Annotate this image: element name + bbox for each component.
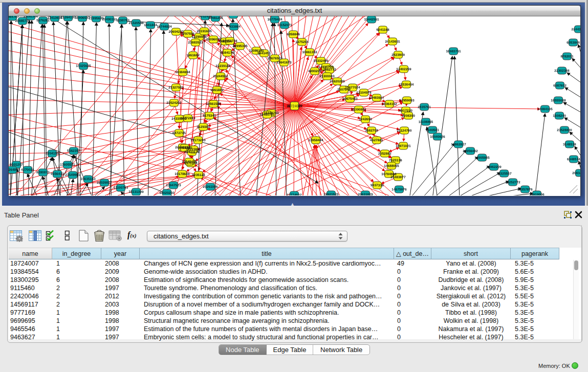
svg-text:1441844: 1441844 bbox=[144, 23, 157, 27]
svg-text:13677024: 13677024 bbox=[345, 85, 360, 89]
svg-text:19483507: 19483507 bbox=[369, 96, 384, 99]
svg-text:21483877: 21483877 bbox=[390, 175, 406, 179]
svg-text:5175340: 5175340 bbox=[203, 114, 216, 117]
svg-text:3198783: 3198783 bbox=[116, 18, 129, 22]
svg-text:20261006: 20261006 bbox=[203, 185, 218, 188]
svg-text:14772813: 14772813 bbox=[180, 116, 195, 120]
svg-text:11390802: 11390802 bbox=[351, 107, 366, 111]
svg-text:19442561: 19442561 bbox=[364, 17, 379, 21]
svg-text:23883523: 23883523 bbox=[188, 40, 203, 44]
svg-text:16779424: 16779424 bbox=[267, 17, 282, 21]
svg-text:23528830: 23528830 bbox=[557, 128, 572, 132]
svg-text:23524202: 23524202 bbox=[166, 101, 182, 104]
svg-text:6348574: 6348574 bbox=[567, 157, 580, 161]
svg-text:6087602: 6087602 bbox=[553, 83, 567, 87]
svg-text:20675483: 20675483 bbox=[342, 97, 358, 100]
svg-text:20834010: 20834010 bbox=[572, 171, 580, 174]
svg-text:13947523: 13947523 bbox=[166, 183, 181, 187]
svg-text:16983761: 16983761 bbox=[446, 49, 461, 53]
svg-text:2052862: 2052862 bbox=[378, 151, 391, 155]
svg-text:9656413: 9656413 bbox=[51, 172, 64, 176]
svg-text:14252772: 14252772 bbox=[505, 180, 520, 184]
svg-text:22239146: 22239146 bbox=[215, 64, 231, 68]
svg-text:1508240: 1508240 bbox=[553, 114, 566, 117]
svg-text:13676503: 13676503 bbox=[267, 56, 282, 60]
svg-text:8280873: 8280873 bbox=[36, 170, 50, 174]
svg-text:13264804: 13264804 bbox=[9, 168, 20, 171]
svg-text:13641673: 13641673 bbox=[276, 60, 292, 64]
svg-text:24951724: 24951724 bbox=[222, 39, 237, 42]
svg-text:16862827: 16862827 bbox=[451, 142, 466, 146]
svg-text:3129383: 3129383 bbox=[197, 125, 210, 128]
svg-text:3235128: 3235128 bbox=[192, 173, 205, 177]
svg-text:23549961: 23549961 bbox=[65, 173, 80, 177]
svg-text:15635163: 15635163 bbox=[80, 177, 96, 181]
svg-text:16906597: 16906597 bbox=[75, 16, 90, 19]
svg-text:15332499: 15332499 bbox=[313, 59, 329, 62]
svg-text:18971021: 18971021 bbox=[396, 144, 411, 147]
svg-text:14688065: 14688065 bbox=[384, 164, 399, 167]
svg-text:9837338: 9837338 bbox=[371, 183, 384, 187]
svg-text:10040626: 10040626 bbox=[430, 135, 445, 138]
svg-text:15919006: 15919006 bbox=[529, 192, 545, 195]
svg-text:20244552: 20244552 bbox=[213, 74, 228, 78]
svg-text:18450753: 18450753 bbox=[259, 113, 275, 116]
svg-text:21327920: 21327920 bbox=[168, 85, 184, 89]
svg-text:20490161: 20490161 bbox=[102, 17, 117, 21]
svg-text:22026827: 22026827 bbox=[97, 181, 112, 184]
svg-text:20885729: 20885729 bbox=[15, 19, 30, 23]
svg-text:10364152: 10364152 bbox=[382, 102, 397, 105]
svg-text:20191645: 20191645 bbox=[197, 29, 212, 33]
svg-text:12104978: 12104978 bbox=[356, 91, 372, 94]
svg-text:11108865: 11108865 bbox=[419, 120, 433, 123]
svg-text:12402259: 12402259 bbox=[396, 67, 411, 71]
svg-text:19178648: 19178648 bbox=[175, 172, 190, 176]
svg-text:7623136: 7623136 bbox=[389, 158, 402, 162]
svg-text:21320548: 21320548 bbox=[128, 21, 144, 25]
svg-text:18020250: 18020250 bbox=[159, 191, 175, 194]
svg-text:12545415: 12545415 bbox=[182, 160, 197, 163]
svg-text:11100763: 11100763 bbox=[114, 186, 128, 189]
svg-text:12774602: 12774602 bbox=[287, 193, 302, 195]
svg-text:6472715: 6472715 bbox=[172, 131, 186, 135]
svg-text:6058846: 6058846 bbox=[287, 32, 300, 36]
svg-text:14005985: 14005985 bbox=[474, 156, 490, 159]
svg-text:24143601: 24143601 bbox=[385, 39, 400, 43]
svg-text:5562357: 5562357 bbox=[67, 149, 80, 152]
svg-text:10384694: 10384694 bbox=[175, 70, 190, 74]
svg-text:14325625: 14325625 bbox=[76, 64, 91, 68]
svg-text:8984767: 8984767 bbox=[9, 16, 19, 18]
svg-text:3582708: 3582708 bbox=[365, 128, 378, 132]
svg-text:14675976: 14675976 bbox=[391, 187, 407, 191]
svg-text:8084178: 8084178 bbox=[221, 51, 234, 54]
svg-text:12299958: 12299958 bbox=[191, 35, 207, 38]
svg-text:19152071: 19152071 bbox=[277, 23, 292, 27]
svg-text:6241168: 6241168 bbox=[376, 28, 389, 31]
svg-text:17223861: 17223861 bbox=[186, 147, 201, 151]
svg-text:20357876: 20357876 bbox=[517, 187, 533, 191]
svg-text:18921525: 18921525 bbox=[323, 192, 339, 195]
svg-text:8782011: 8782011 bbox=[560, 54, 574, 58]
svg-text:17605531: 17605531 bbox=[60, 163, 75, 166]
svg-text:8917220: 8917220 bbox=[399, 108, 412, 112]
svg-text:8862842: 8862842 bbox=[227, 16, 240, 16]
svg-text:4627881: 4627881 bbox=[370, 138, 383, 142]
svg-text:7433864: 7433864 bbox=[227, 25, 241, 28]
svg-text:21620289: 21620289 bbox=[330, 79, 345, 83]
svg-text:6053848: 6053848 bbox=[567, 40, 580, 44]
svg-text:24962209: 24962209 bbox=[486, 165, 502, 168]
svg-text:5501297: 5501297 bbox=[10, 163, 23, 166]
svg-text:11530404: 11530404 bbox=[399, 82, 414, 86]
svg-text:5641451: 5641451 bbox=[257, 51, 271, 55]
svg-text:1675294: 1675294 bbox=[295, 40, 309, 43]
svg-text:18555048: 18555048 bbox=[551, 98, 566, 102]
svg-text:9961882: 9961882 bbox=[210, 88, 224, 92]
svg-text:22302388: 22302388 bbox=[554, 69, 570, 72]
svg-text:13958484: 13958484 bbox=[308, 138, 323, 142]
svg-text:15325557: 15325557 bbox=[496, 171, 512, 175]
svg-text:17959093: 17959093 bbox=[399, 98, 415, 102]
svg-text:22443568: 22443568 bbox=[571, 27, 580, 31]
svg-text:2040581: 2040581 bbox=[426, 128, 439, 132]
svg-text:14084105: 14084105 bbox=[537, 107, 553, 111]
svg-text:21264193: 21264193 bbox=[60, 16, 76, 19]
